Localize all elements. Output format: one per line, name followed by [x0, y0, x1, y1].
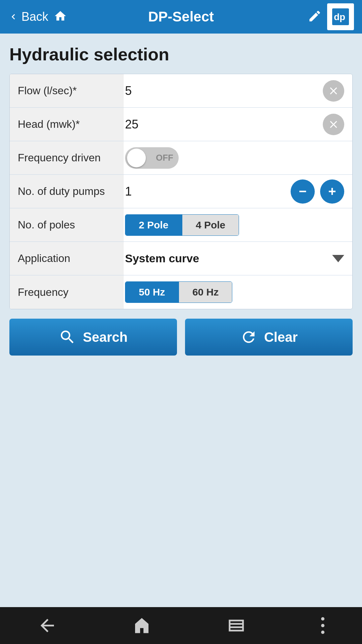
freq-driven-value-container: OFF	[116, 147, 344, 169]
poles-label: No. of poles	[10, 208, 124, 241]
flow-clear-button[interactable]	[323, 80, 344, 102]
flow-value-container: 5	[116, 80, 344, 102]
frequency-value-container: 50 Hz 60 Hz	[116, 281, 344, 303]
frequency-segmented: 50 Hz 60 Hz	[125, 281, 232, 303]
application-dropdown[interactable]: System curve	[125, 252, 344, 265]
poles-segmented: 2 Pole 4 Pole	[125, 214, 239, 236]
form-card: Flow (l/sec)* 5 Head (mwk)* 25	[9, 74, 353, 309]
nav-home-icon	[132, 615, 152, 636]
svg-point-3	[321, 624, 324, 627]
action-buttons: Search Clear	[9, 319, 353, 356]
nav-recents-button[interactable]	[216, 610, 257, 641]
frequency-50hz-button[interactable]: 50 Hz	[125, 282, 178, 303]
frequency-label: Frequency	[10, 275, 124, 309]
main-content: Hydraulic selection Flow (l/sec)* 5 Head…	[0, 34, 362, 607]
flow-value: 5	[125, 84, 317, 98]
frequency-driven-toggle[interactable]: OFF	[125, 147, 179, 169]
toggle-label: OFF	[156, 153, 173, 163]
nav-recents-icon	[226, 615, 246, 636]
nav-back-icon	[37, 615, 57, 636]
header-left: Back	[8, 9, 75, 24]
nav-back-button[interactable]	[26, 610, 68, 641]
frequency-60hz-button[interactable]: 60 Hz	[179, 282, 232, 303]
page-title: Hydraulic selection	[9, 44, 353, 64]
header: Back DP-Select dp	[0, 0, 362, 34]
application-row: Application System curve	[10, 242, 352, 275]
poles-2pole-button[interactable]: 2 Pole	[125, 215, 182, 235]
head-value: 25	[125, 117, 317, 131]
nav-bar	[0, 607, 362, 644]
application-value: System curve	[125, 252, 327, 265]
flow-row: Flow (l/sec)* 5	[10, 74, 352, 108]
flow-label: Flow (l/sec)*	[10, 74, 124, 107]
application-label: Application	[10, 242, 124, 275]
nav-home-button[interactable]	[121, 610, 163, 641]
nav-menu-icon	[321, 615, 325, 636]
duty-pumps-decrement[interactable]: −	[291, 179, 315, 204]
svg-point-4	[321, 631, 324, 634]
frequency-row: Frequency 50 Hz 60 Hz	[10, 275, 352, 309]
duty-pumps-increment[interactable]: +	[320, 179, 344, 204]
svg-point-2	[321, 617, 324, 621]
app-logo: dp	[327, 3, 354, 30]
poles-4pole-button[interactable]: 4 Pole	[182, 215, 239, 235]
toggle-knob	[127, 149, 146, 167]
header-right: dp	[287, 3, 354, 30]
clear-button[interactable]: Clear	[185, 319, 353, 356]
clear-label: Clear	[264, 330, 298, 345]
search-button[interactable]: Search	[9, 319, 177, 356]
back-button[interactable]: Back	[8, 10, 48, 24]
freq-driven-label: Frequency driven	[10, 141, 124, 174]
head-row: Head (mwk)* 25	[10, 108, 352, 141]
home-button[interactable]	[54, 9, 67, 24]
duty-pumps-row: No. of duty pumps 1 − +	[10, 175, 352, 208]
freq-driven-row: Frequency driven OFF	[10, 141, 352, 175]
poles-value-container: 2 Pole 4 Pole	[116, 214, 344, 236]
duty-pumps-value: 1	[125, 184, 285, 199]
duty-pumps-stepper: − +	[291, 179, 344, 204]
head-label: Head (mwk)*	[10, 108, 124, 141]
page-title-header: DP-Select	[75, 9, 287, 25]
refresh-icon	[240, 328, 257, 346]
back-label: Back	[21, 10, 48, 24]
head-value-container: 25	[116, 114, 344, 135]
dropdown-arrow-icon	[332, 255, 344, 262]
edit-button[interactable]	[308, 9, 322, 24]
poles-row: No. of poles 2 Pole 4 Pole	[10, 208, 352, 242]
svg-text:dp: dp	[334, 12, 345, 22]
duty-pumps-value-container: 1 − +	[116, 179, 344, 204]
application-value-container: System curve	[116, 252, 344, 265]
search-icon	[59, 328, 76, 346]
duty-pumps-label: No. of duty pumps	[10, 175, 124, 208]
toggle-container: OFF	[125, 147, 179, 169]
search-label: Search	[83, 330, 127, 345]
head-clear-button[interactable]	[323, 114, 344, 135]
nav-menu-button[interactable]	[310, 610, 336, 641]
